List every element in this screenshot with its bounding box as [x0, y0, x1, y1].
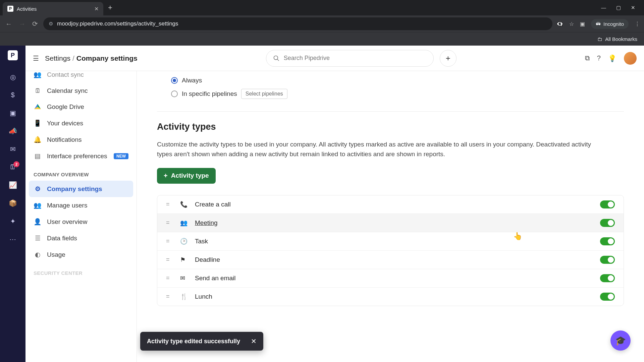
search-box[interactable] [266, 50, 434, 67]
activity-name: Task [195, 238, 208, 245]
quick-add-button[interactable]: + [440, 50, 457, 67]
breadcrumb-root[interactable]: Settings [45, 54, 70, 62]
panel-icon[interactable]: ▣ [580, 21, 585, 27]
activity-row[interactable]: = 🕑 Task [157, 232, 624, 251]
help-icon[interactable]: ? [597, 54, 601, 62]
rail-deals-icon[interactable]: $ [11, 91, 14, 99]
back-icon[interactable]: ← [4, 19, 13, 29]
rail-campaigns-icon[interactable]: 📣 [9, 127, 17, 135]
avatar[interactable] [624, 52, 637, 65]
rail-marketplace-icon[interactable]: ✦ [10, 217, 16, 225]
bookmark-star-icon[interactable]: ☆ [569, 21, 574, 27]
bookmarks-bar: 🗀 All Bookmarks [0, 32, 644, 46]
bulb-icon[interactable]: 💡 [608, 54, 616, 62]
activity-toggle[interactable] [600, 237, 615, 245]
help-fab[interactable]: 🎓 [610, 330, 631, 351]
activity-name: Create a call [195, 201, 231, 208]
window-controls: — ▢ ✕ [601, 5, 641, 11]
rail-activities-icon[interactable]: 🗓2 [9, 163, 16, 171]
radio-always-label: Always [182, 77, 202, 84]
sidebar-item-notifications[interactable]: 🔔Notifications [29, 131, 133, 148]
activity-row[interactable]: = 📞 Create a call [157, 195, 624, 214]
reload-icon[interactable]: ⟳ [31, 18, 39, 29]
add-activity-type-button[interactable]: + Activity type [157, 168, 216, 184]
activity-type-list: = 📞 Create a call = 👥 Meeting = 🕑 Task =… [157, 195, 624, 306]
sidebar-item-label: Data fields [47, 235, 77, 242]
gdrive-icon [34, 104, 42, 110]
incognito-badge[interactable]: 🕶 Incognito [591, 19, 629, 29]
activity-toggle[interactable] [600, 200, 615, 208]
minimize-icon[interactable]: — [601, 5, 606, 11]
kebab-menu-icon[interactable]: ⋮ [635, 21, 640, 27]
rail-mail-icon[interactable]: ✉ [10, 145, 16, 153]
sidebar-item-manage-users[interactable]: 👥Manage users [29, 197, 133, 214]
sidebar-item-interface-preferences[interactable]: ▤Interface preferencesNEW [29, 148, 133, 164]
activity-row[interactable]: = 🍴 Lunch [157, 288, 624, 306]
drag-handle-icon[interactable]: = [166, 238, 173, 245]
rail-insights-icon[interactable]: 📈 [9, 181, 17, 189]
app-logo-icon[interactable]: P [8, 50, 18, 60]
radio-pipelines-row[interactable]: In specific pipelines Select pipelines [171, 86, 624, 101]
tab-close-icon[interactable]: ✕ [94, 6, 99, 12]
sidebar-item-label: Usage [47, 251, 65, 258]
sidebar-item-contact-sync[interactable]: 👥Contact sync [29, 71, 133, 83]
food-icon: 🍴 [180, 293, 187, 300]
sidebar-item-your-devices[interactable]: 📱Your devices [29, 115, 133, 131]
select-pipelines-button[interactable]: Select pipelines [241, 89, 287, 99]
section-description: Customize the activity types to be used … [157, 139, 600, 159]
sidebar-item-data-fields[interactable]: ☰Data fields [29, 230, 133, 246]
search-input[interactable] [284, 55, 427, 62]
incognito-icon: 🕶 [596, 21, 601, 27]
drag-handle-icon[interactable]: = [166, 219, 173, 226]
radio-always[interactable] [171, 77, 178, 84]
sidebar-item-label: Contact sync [47, 71, 84, 78]
tab-bar: P Activities ✕ + — ▢ ✕ [0, 0, 644, 15]
breadcrumb-current: Company settings [76, 54, 138, 62]
users-icon: 👥 [34, 201, 42, 209]
sidebar-item-calendar-sync[interactable]: 🗓Calendar sync [29, 83, 133, 99]
sidebar-heading-company: COMPANY OVERVIEW [29, 164, 133, 181]
drag-handle-icon[interactable]: = [166, 201, 173, 208]
sidebar-item-google-drive[interactable]: Google Drive [29, 99, 133, 115]
drag-handle-icon[interactable]: = [166, 275, 173, 282]
activity-name[interactable]: Meeting [195, 219, 218, 227]
activity-name: Lunch [195, 293, 212, 300]
close-window-icon[interactable]: ✕ [631, 5, 635, 11]
activity-toggle[interactable] [600, 256, 615, 264]
nav-rail: P ◎ $ ▣ 📣 ✉ 🗓2 📈 📦 ✦ ⋯ [0, 46, 25, 362]
activity-toggle[interactable] [600, 293, 615, 301]
rail-projects-icon[interactable]: ▣ [10, 109, 16, 117]
sidebar-item-company-settings[interactable]: ⚙Company settings [29, 181, 133, 197]
browser-chrome: P Activities ✕ + — ▢ ✕ ← → ⟳ ⚙ moodjoy.p… [0, 0, 644, 46]
url-box[interactable]: ⚙ moodjoy.pipedrive.com/settings/activit… [43, 17, 552, 30]
activity-toggle[interactable] [600, 219, 615, 227]
rail-leads-icon[interactable]: ◎ [10, 73, 16, 81]
maximize-icon[interactable]: ▢ [616, 5, 621, 11]
rail-more-icon[interactable]: ⋯ [9, 235, 16, 243]
contact-icon: 👥 [34, 71, 42, 78]
drag-handle-icon[interactable]: = [166, 256, 173, 263]
settings-sidebar: 👥Contact sync🗓Calendar syncGoogle Drive📱… [25, 71, 137, 362]
breadcrumb-sep: / [72, 54, 74, 62]
url-text: moodjoy.pipedrive.com/settings/activity_… [57, 20, 178, 27]
rail-products-icon[interactable]: 📦 [9, 199, 17, 207]
site-settings-icon[interactable]: ⚙ [49, 21, 53, 27]
sidebar-item-usage[interactable]: ◐Usage [29, 246, 133, 263]
sidebar-toggle-icon[interactable]: ☰ [33, 54, 39, 62]
toast-close-icon[interactable]: ✕ [251, 337, 257, 345]
activity-row[interactable]: = 👥 Meeting [157, 214, 624, 232]
activity-row[interactable]: = ⚑ Deadline [157, 251, 624, 269]
radio-always-row[interactable]: Always [171, 74, 624, 86]
radio-pipelines[interactable] [171, 90, 178, 97]
eye-off-icon[interactable]: 👁‍🗨 [556, 21, 563, 27]
new-tab-button[interactable]: + [105, 3, 116, 12]
forward-icon: → [17, 19, 27, 29]
activity-row[interactable]: = ✉ Send an email [157, 269, 624, 288]
activity-toggle[interactable] [600, 274, 615, 282]
all-bookmarks-button[interactable]: All Bookmarks [605, 36, 637, 42]
extensions-icon[interactable]: ⧉ [585, 54, 590, 62]
drag-handle-icon[interactable]: = [166, 293, 173, 300]
people-icon: 👥 [180, 219, 187, 227]
sidebar-item-user-overview[interactable]: 👤User overview [29, 214, 133, 230]
browser-tab[interactable]: P Activities ✕ [3, 2, 103, 15]
